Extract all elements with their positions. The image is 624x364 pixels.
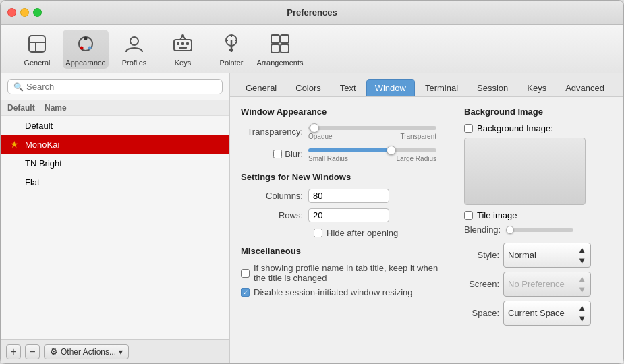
hide-after-opening-row: Hide after opening xyxy=(314,228,448,238)
blur-slider[interactable] xyxy=(308,148,436,152)
search-input-wrap[interactable]: 🔍 xyxy=(7,79,223,94)
arrangements-icon xyxy=(268,32,292,56)
misc-check1-row: If showing profile name in tab title, ke… xyxy=(241,263,448,283)
svg-point-4 xyxy=(84,36,88,40)
tab-text[interactable]: Text xyxy=(331,79,365,96)
hide-after-opening-checkbox[interactable] xyxy=(314,229,322,237)
other-actions-button[interactable]: ⚙ Other Actions... ▾ xyxy=(44,344,129,359)
rows-input[interactable] xyxy=(308,208,389,222)
svg-point-13 xyxy=(181,34,184,37)
toolbar-appearance-label: Appearance xyxy=(65,59,105,67)
misc-check1-label: If showing profile name in tab title, ke… xyxy=(254,263,448,283)
blur-slider-labels: Small Radius Large Radius xyxy=(308,155,436,162)
close-button[interactable] xyxy=(7,8,16,17)
toolbar-pointer-label: Pointer xyxy=(220,59,244,67)
tile-image-row: Tile image xyxy=(464,210,613,220)
space-select[interactable]: Current Space ▲▼ xyxy=(503,301,591,326)
svg-rect-22 xyxy=(281,35,289,43)
list-item[interactable]: Flat xyxy=(1,173,229,191)
star-icon xyxy=(7,177,21,187)
star-icon: ★ xyxy=(7,139,21,150)
profile-name: Default xyxy=(25,121,53,131)
transparency-thumb[interactable] xyxy=(310,123,319,133)
toolbar: General Appearance Profiles xyxy=(1,25,623,73)
bg-image-checkbox[interactable] xyxy=(464,124,473,133)
transparency-slider-wrap: Opaque Transparent xyxy=(308,123,448,140)
bg-image-box[interactable] xyxy=(464,138,586,205)
screen-select[interactable]: No Preference ▲▼ xyxy=(503,272,591,297)
screen-value: No Preference xyxy=(508,279,565,289)
misc-section: Miscellaneous If showing profile name in… xyxy=(241,246,448,297)
tab-advanced[interactable]: Advanced xyxy=(557,79,613,96)
appearance-icon xyxy=(74,32,98,56)
misc-check2-row: ✓ Disable session-initiated window resiz… xyxy=(241,287,448,297)
chevron-updown-icon: ▲▼ xyxy=(577,274,586,295)
tab-general[interactable]: General xyxy=(237,79,285,96)
transparency-row: Transparency: Opaque Transparent xyxy=(241,123,448,140)
svg-rect-23 xyxy=(271,44,279,53)
preferences-window: Preferences General xyxy=(0,0,624,364)
toolbar-profiles[interactable]: Profiles xyxy=(111,30,157,69)
transparency-right-label: Transparent xyxy=(400,133,436,140)
bg-image-checkbox-row: Background Image: xyxy=(464,123,613,133)
left-settings-column: Window Appearance Transparency: Opaque T… xyxy=(241,107,448,354)
space-label: Space: xyxy=(464,308,499,318)
svg-rect-21 xyxy=(271,35,279,43)
toolbar-keys-label: Keys xyxy=(175,59,191,67)
titlebar: Preferences xyxy=(1,1,623,25)
list-item[interactable]: ★ MonoKai xyxy=(1,135,229,154)
tab-content: Window Appearance Transparency: Opaque T… xyxy=(230,97,623,363)
profile-name: MonoKai xyxy=(25,140,59,150)
tab-session[interactable]: Session xyxy=(468,79,517,96)
svg-rect-9 xyxy=(177,42,179,45)
new-windows-section: Settings for New Windows Columns: Rows: … xyxy=(241,172,448,238)
blur-checkbox[interactable] xyxy=(273,150,282,158)
style-select[interactable]: Normal ▲▼ xyxy=(503,243,591,268)
blur-left-label: Small Radius xyxy=(308,155,348,162)
minimize-button[interactable] xyxy=(20,8,29,17)
misc-check2-checked[interactable]: ✓ xyxy=(241,288,250,297)
svg-rect-11 xyxy=(186,42,189,45)
profiles-list: Default ★ MonoKai TN Bright Flat xyxy=(1,116,229,339)
blur-label: Blur: xyxy=(285,149,303,159)
maximize-button[interactable] xyxy=(33,8,42,17)
tab-window[interactable]: Window xyxy=(366,79,415,96)
search-icon: 🔍 xyxy=(13,82,24,92)
profile-name: Flat xyxy=(25,177,40,187)
space-value: Current Space xyxy=(508,308,565,318)
blending-thumb[interactable] xyxy=(506,226,514,234)
toolbar-appearance[interactable]: Appearance xyxy=(63,30,109,69)
blending-label: Blending: xyxy=(464,224,501,235)
toolbar-arrangements[interactable]: Arrangements xyxy=(257,30,303,69)
remove-profile-button[interactable]: − xyxy=(25,344,40,359)
blending-slider[interactable] xyxy=(506,228,573,232)
columns-input[interactable] xyxy=(308,189,389,203)
rows-row: Rows: xyxy=(241,208,448,222)
toolbar-keys[interactable]: Keys xyxy=(160,30,206,69)
tile-image-checkbox[interactable] xyxy=(464,211,473,220)
style-label: Style: xyxy=(464,250,499,260)
misc-check1[interactable] xyxy=(241,269,250,278)
add-profile-button[interactable]: + xyxy=(6,344,21,359)
blur-thumb[interactable] xyxy=(387,146,396,155)
search-input[interactable] xyxy=(26,82,217,92)
screen-label: Screen: xyxy=(464,279,499,289)
list-bottom: + − ⚙ Other Actions... ▾ xyxy=(1,339,229,363)
bg-image-label: Background Image: xyxy=(477,123,553,133)
toolbar-profiles-label: Profiles xyxy=(122,59,147,67)
rows-label: Rows: xyxy=(241,210,308,220)
list-item[interactable]: Default xyxy=(1,116,229,135)
misc-check2-label: Disable session-initiated window resizin… xyxy=(254,287,413,297)
chevron-updown-icon: ▲▼ xyxy=(577,303,586,324)
list-item[interactable]: TN Bright xyxy=(1,154,229,173)
chevron-updown-icon: ▲▼ xyxy=(577,245,586,266)
transparency-slider-labels: Opaque Transparent xyxy=(308,133,436,140)
tab-colors[interactable]: Colors xyxy=(287,79,330,96)
main-content: 🔍 Default Name Default ★ MonoKai xyxy=(1,73,623,363)
transparency-slider[interactable] xyxy=(308,126,436,130)
tab-terminal[interactable]: Terminal xyxy=(416,79,467,96)
toolbar-general[interactable]: General xyxy=(14,30,60,69)
tab-keys[interactable]: Keys xyxy=(518,79,555,96)
traffic-lights xyxy=(7,8,42,17)
toolbar-pointer[interactable]: Pointer xyxy=(208,30,254,69)
